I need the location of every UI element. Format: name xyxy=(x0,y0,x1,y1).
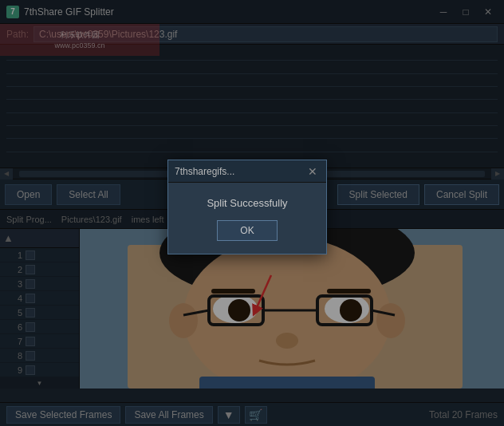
dialog-message: Split Successfully xyxy=(207,197,287,209)
dialog-title-bar: 7thsharegifs... ✕ xyxy=(168,160,326,183)
dialog: 7thsharegifs... ✕ Split Successfully OK xyxy=(167,160,327,254)
dialog-body: Split Successfully OK xyxy=(168,183,326,254)
dialog-title-text: 7thsharegifs... xyxy=(175,166,234,177)
dialog-ok-button[interactable]: OK xyxy=(217,220,277,241)
dialog-close-button[interactable]: ✕ xyxy=(305,164,320,179)
dialog-overlay: 7thsharegifs... ✕ Split Successfully OK xyxy=(0,0,504,426)
